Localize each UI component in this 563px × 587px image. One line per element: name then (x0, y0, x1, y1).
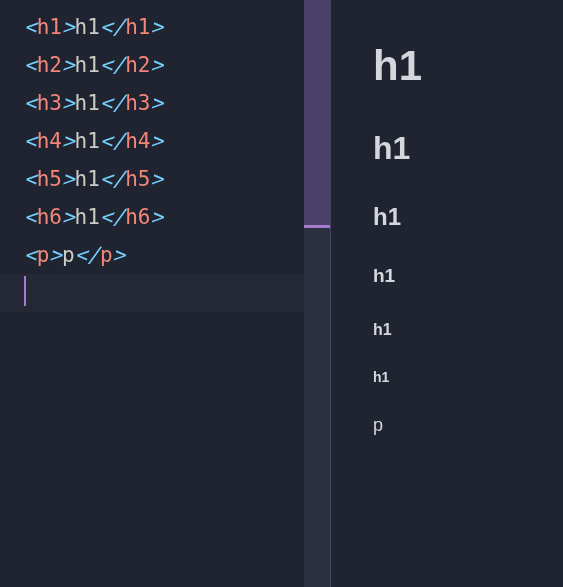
angle-bracket-close-icon: > (62, 205, 75, 229)
angle-bracket-open-slash-icon: </ (100, 205, 125, 229)
angle-bracket-close-icon: > (151, 129, 164, 153)
angle-bracket-close-icon: > (49, 243, 62, 267)
tag-name: h1 (125, 15, 150, 39)
tag-name: h3 (37, 91, 62, 115)
tag-name: h4 (37, 129, 62, 153)
vertical-scrollbar-track[interactable] (304, 0, 330, 587)
preview-heading-5: h1 (373, 321, 563, 339)
tag-name: h5 (125, 167, 150, 191)
angle-bracket-close-icon: > (62, 167, 75, 191)
angle-bracket-close-icon: > (151, 91, 164, 115)
tag-content: h1 (75, 91, 100, 115)
angle-bracket-open-icon: < (24, 167, 37, 191)
angle-bracket-close-icon: > (62, 53, 75, 77)
tag-name: h6 (37, 205, 62, 229)
angle-bracket-open-icon: < (24, 243, 37, 267)
angle-bracket-close-icon: > (62, 91, 75, 115)
tag-name: h3 (125, 91, 150, 115)
code-line-1[interactable]: <h1>h1</h1> (24, 8, 330, 46)
tag-content: h1 (75, 129, 100, 153)
preview-paragraph: p (373, 415, 563, 436)
tag-name: h2 (37, 53, 62, 77)
angle-bracket-open-slash-icon: </ (100, 15, 125, 39)
angle-bracket-close-icon: > (151, 53, 164, 77)
angle-bracket-close-icon: > (62, 15, 75, 39)
code-editor-pane[interactable]: <h1>h1</h1> <h2>h1</h2> <h3>h1</h3> <h4>… (0, 0, 330, 587)
angle-bracket-close-icon: > (113, 243, 126, 267)
angle-bracket-open-slash-icon: </ (100, 129, 125, 153)
tag-name: p (100, 243, 113, 267)
code-line-6[interactable]: <h6>h1</h6> (24, 198, 330, 236)
angle-bracket-open-icon: < (24, 129, 37, 153)
preview-heading-6: h1 (373, 369, 563, 385)
angle-bracket-open-slash-icon: </ (75, 243, 100, 267)
code-line-4[interactable]: <h4>h1</h4> (24, 122, 330, 160)
preview-heading-1: h1 (373, 42, 563, 90)
tag-name: p (37, 243, 50, 267)
tag-name: h6 (125, 205, 150, 229)
tag-content: p (62, 243, 75, 267)
code-line-5[interactable]: <h5>h1</h5> (24, 160, 330, 198)
scrollbar-cursor-mark-icon (304, 225, 330, 228)
tag-name: h1 (37, 15, 62, 39)
preview-heading-2: h1 (373, 130, 563, 167)
tag-content: h1 (75, 167, 100, 191)
angle-bracket-open-slash-icon: </ (100, 167, 125, 191)
angle-bracket-open-icon: < (24, 53, 37, 77)
text-cursor-icon (24, 276, 26, 306)
angle-bracket-open-icon: < (24, 15, 37, 39)
angle-bracket-close-icon: > (151, 167, 164, 191)
angle-bracket-open-slash-icon: </ (100, 53, 125, 77)
tag-content: h1 (75, 53, 100, 77)
angle-bracket-open-icon: < (24, 205, 37, 229)
active-line[interactable] (0, 274, 330, 312)
tag-content: h1 (75, 15, 100, 39)
angle-bracket-close-icon: > (62, 129, 75, 153)
angle-bracket-open-slash-icon: </ (100, 91, 125, 115)
preview-pane: h1 h1 h1 h1 h1 h1 p (330, 0, 563, 587)
preview-heading-3: h1 (373, 203, 563, 231)
vertical-scrollbar-thumb[interactable] (304, 0, 330, 228)
preview-heading-4: h1 (373, 265, 563, 287)
angle-bracket-close-icon: > (151, 205, 164, 229)
code-line-3[interactable]: <h3>h1</h3> (24, 84, 330, 122)
code-line-7[interactable]: <p>p</p> (24, 236, 330, 274)
tag-name: h4 (125, 129, 150, 153)
angle-bracket-open-icon: < (24, 91, 37, 115)
tag-content: h1 (75, 205, 100, 229)
code-line-2[interactable]: <h2>h1</h2> (24, 46, 330, 84)
tag-name: h5 (37, 167, 62, 191)
tag-name: h2 (125, 53, 150, 77)
angle-bracket-close-icon: > (151, 15, 164, 39)
